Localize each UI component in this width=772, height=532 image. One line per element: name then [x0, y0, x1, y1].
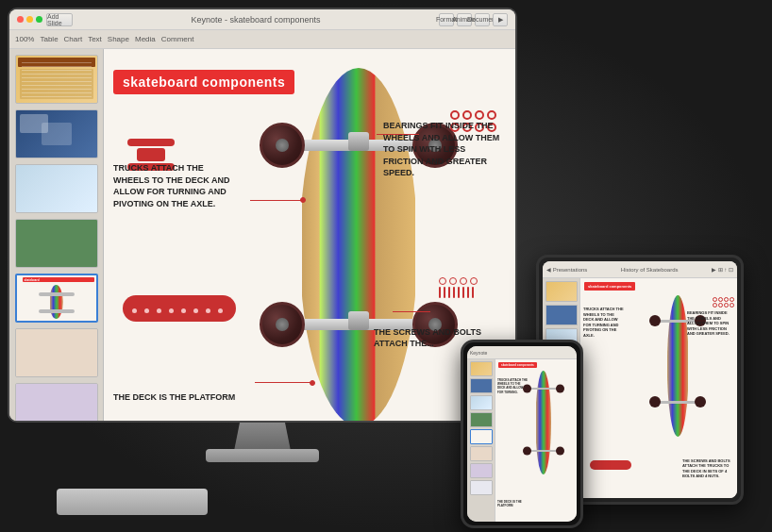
phone-slide-6[interactable] [470, 446, 493, 461]
tbd5 [713, 303, 717, 308]
deck-dot-1 [132, 308, 137, 313]
deck-dots [132, 308, 223, 313]
tbd8 [730, 303, 734, 308]
wheel-upper-left [260, 123, 305, 168]
tablet-wheel-lr [695, 396, 706, 407]
phone-content: skateboard components T [467, 359, 577, 522]
screw-dot-2 [449, 277, 457, 285]
minimize-button[interactable] [26, 16, 33, 23]
slide-thumb-7[interactable] [15, 383, 98, 421]
phone-wheel-lr [556, 446, 564, 455]
deck-text: THE DECK IS THE PLATFORM [113, 392, 235, 402]
phone-sidebar [467, 359, 495, 522]
phone-wheel-ur [556, 384, 564, 392]
tablet-topbar: ◀ Presentations History of Skateboards ▶… [543, 261, 737, 278]
tablet-bearings-text: BEARINGS FIT INSIDE THE WHEELS AND ALLOW… [687, 310, 734, 337]
slide-thumb-1[interactable] [15, 55, 98, 104]
tablet-trucks-text: TRUCKS ATTACH THE WHEELS TO THE DECK AND… [583, 307, 626, 339]
tablet-lower-truck [653, 399, 702, 405]
toolbar-text[interactable]: Text [88, 35, 102, 43]
toolbar2: 100% Table Chart Text Shape Media Commen… [9, 30, 515, 49]
tablet-deck-body [667, 295, 688, 437]
toolbar-chart[interactable]: Chart [64, 35, 83, 43]
truck-dot [300, 197, 306, 203]
toolbar-shape[interactable]: Shape [108, 35, 129, 43]
deck-dot-5 [181, 308, 186, 313]
tablet-deck-oval [590, 460, 631, 470]
bearings-annotation: BEARINGS FIT INSIDE THE WHEELS AND ALLOW… [383, 120, 506, 179]
tablet-slide-1[interactable] [545, 281, 578, 302]
phone-slide-4[interactable] [470, 412, 493, 427]
monitor-base [206, 449, 319, 462]
slide-thumb-6[interactable] [15, 328, 98, 377]
window-title: Keynote - skateboard components [76, 15, 435, 25]
bearing-dot-2 [462, 110, 472, 120]
deck-dot-7 [206, 308, 210, 313]
toolbar-table[interactable]: Table [40, 35, 58, 43]
phone-slide-8[interactable] [470, 480, 493, 495]
phone-topbar: Keynote [467, 346, 577, 359]
tablet-title-text: skateboard components [588, 284, 631, 289]
close-button[interactable] [17, 16, 24, 23]
tablet-slide-2[interactable] [545, 305, 578, 325]
phone-screen: Keynote skateboard components [467, 346, 577, 522]
toolbar-comment[interactable]: Comment [161, 35, 194, 43]
deck-dot-4 [169, 308, 174, 313]
truck-icon-bar [127, 139, 175, 146]
maximize-button[interactable] [36, 16, 42, 23]
tablet-wheel-ul [649, 315, 661, 326]
monitor: Add Slide Keynote - skateboard component… [8, 8, 517, 470]
screws-line [393, 311, 430, 312]
slide-thumb-5[interactable]: skateboard [15, 274, 98, 323]
tablet-main-area: skateboard components [580, 278, 737, 498]
truck-body-upper [348, 132, 369, 151]
tbd7 [724, 303, 729, 308]
phone-deck-text: THE DECK IS THE PLATFORM [497, 500, 528, 507]
tablet-screws-text: THE SCREWS AND BOLTS ATTACH THE TRUCKS T… [682, 458, 734, 479]
truck-body-lower [348, 311, 369, 330]
toolbar-controls: Add Slide [46, 13, 73, 26]
phone-slide-7[interactable] [470, 463, 493, 478]
phone-lower-truck [526, 448, 562, 453]
play-button[interactable]: ▶ [493, 13, 508, 26]
window-controls[interactable] [17, 16, 42, 23]
toolbar-media[interactable]: Media [135, 35, 156, 43]
tablet-controls: ▶ ⊞ ↑ ⊡ [712, 266, 733, 273]
document-button[interactable]: Document [475, 13, 490, 26]
tablet-bearings-dots [713, 297, 734, 308]
slide-thumb-3[interactable] [15, 164, 98, 213]
phone-slide-1[interactable] [470, 361, 493, 376]
screw-line-8 [472, 287, 474, 298]
deck-dot-6 [193, 308, 198, 313]
phone-main-area: skateboard components T [495, 359, 577, 522]
top-bar: Add Slide Keynote - skateboard component… [9, 9, 515, 30]
tablet-title: History of Skateboards [621, 267, 679, 273]
wheel-lower-left [260, 302, 305, 347]
phone-title-text: skateboard components [501, 363, 534, 367]
screw-line-5 [458, 287, 460, 298]
screw-row-1 [439, 277, 478, 285]
slides-panel: skateboard [9, 49, 104, 421]
phone-wheel-ll [523, 446, 531, 455]
phone-slide-2[interactable] [470, 378, 493, 393]
add-button[interactable]: Add Slide [46, 13, 73, 26]
right-controls: Format Animate Document ▶ [439, 13, 508, 26]
phone: Keynote skateboard components [461, 340, 583, 528]
phone-title: Keynote [470, 350, 487, 356]
screw-line-2 [444, 287, 445, 298]
screw-line-6 [462, 287, 464, 298]
deck-dot-2 [144, 308, 149, 313]
zoom-level: 100% [15, 35, 34, 43]
screw-dot-1 [439, 277, 446, 285]
monitor-screen: Add Slide Keynote - skateboard component… [8, 8, 517, 423]
slide-thumb-4[interactable] [15, 219, 98, 268]
bearing-dot-1 [450, 110, 460, 120]
bearing-dot-4 [487, 110, 496, 120]
monitor-stand [234, 423, 291, 451]
tbd6 [718, 303, 723, 308]
phone-skateboard [525, 371, 562, 474]
phone-slide-5[interactable] [470, 429, 493, 444]
screw-line-4 [453, 287, 455, 298]
slide-thumb-2[interactable] [15, 109, 98, 158]
phone-slide-3[interactable] [470, 395, 493, 410]
